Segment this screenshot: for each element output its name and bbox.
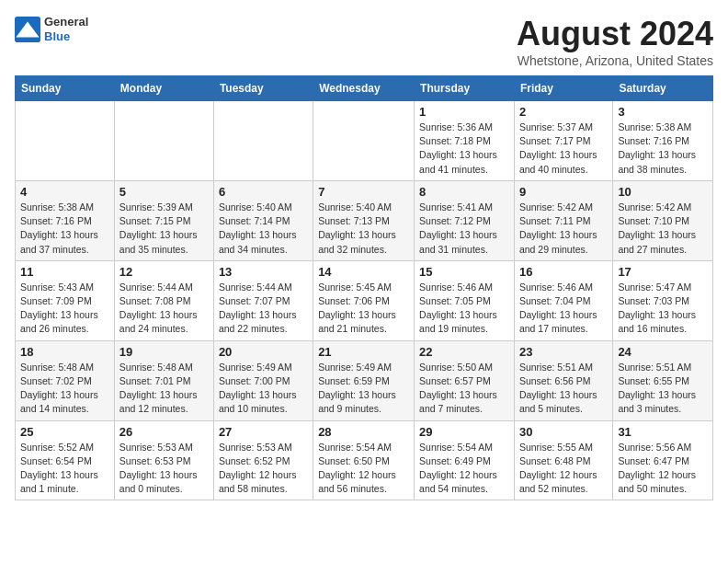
day-cell: 13Sunrise: 5:44 AMSunset: 7:07 PMDayligh… xyxy=(213,260,313,340)
day-number: 19 xyxy=(119,345,209,359)
day-number: 1 xyxy=(419,105,509,119)
logo: General Blue xyxy=(15,15,88,43)
day-cell: 17Sunrise: 5:47 AMSunset: 7:03 PMDayligh… xyxy=(613,260,713,340)
day-cell: 31Sunrise: 5:56 AMSunset: 6:47 PMDayligh… xyxy=(613,420,713,500)
weekday-header-wednesday: Wednesday xyxy=(313,76,415,101)
day-number: 21 xyxy=(318,345,409,359)
day-number: 16 xyxy=(519,265,608,279)
day-info: Sunrise: 5:54 AMSunset: 6:50 PMDaylight:… xyxy=(318,441,409,497)
day-cell: 11Sunrise: 5:43 AMSunset: 7:09 PMDayligh… xyxy=(16,260,115,340)
weekday-header-thursday: Thursday xyxy=(415,76,515,101)
week-row-4: 18Sunrise: 5:48 AMSunset: 7:02 PMDayligh… xyxy=(16,340,713,420)
day-number: 4 xyxy=(20,185,109,199)
day-cell: 26Sunrise: 5:53 AMSunset: 6:53 PMDayligh… xyxy=(114,420,213,500)
day-number: 29 xyxy=(419,425,509,439)
day-number: 25 xyxy=(20,425,109,439)
day-info: Sunrise: 5:51 AMSunset: 6:55 PMDaylight:… xyxy=(618,361,708,417)
day-cell: 1Sunrise: 5:36 AMSunset: 7:18 PMDaylight… xyxy=(415,101,515,181)
day-info: Sunrise: 5:50 AMSunset: 6:57 PMDaylight:… xyxy=(419,361,509,417)
day-info: Sunrise: 5:49 AMSunset: 6:59 PMDaylight:… xyxy=(318,361,409,417)
day-cell: 23Sunrise: 5:51 AMSunset: 6:56 PMDayligh… xyxy=(514,340,612,420)
day-info: Sunrise: 5:44 AMSunset: 7:07 PMDaylight:… xyxy=(219,281,308,337)
logo-blue: Blue xyxy=(44,29,88,44)
day-cell: 30Sunrise: 5:55 AMSunset: 6:48 PMDayligh… xyxy=(514,420,612,500)
day-number: 14 xyxy=(318,265,409,279)
day-info: Sunrise: 5:38 AMSunset: 7:16 PMDaylight:… xyxy=(618,121,708,177)
day-cell xyxy=(313,101,415,181)
day-info: Sunrise: 5:45 AMSunset: 7:06 PMDaylight:… xyxy=(318,281,409,337)
day-info: Sunrise: 5:48 AMSunset: 7:01 PMDaylight:… xyxy=(119,361,209,417)
day-cell: 15Sunrise: 5:46 AMSunset: 7:05 PMDayligh… xyxy=(415,260,515,340)
day-number: 27 xyxy=(219,425,308,439)
day-cell: 10Sunrise: 5:42 AMSunset: 7:10 PMDayligh… xyxy=(613,180,713,260)
day-cell: 12Sunrise: 5:44 AMSunset: 7:08 PMDayligh… xyxy=(114,260,213,340)
day-info: Sunrise: 5:38 AMSunset: 7:16 PMDaylight:… xyxy=(20,201,109,257)
weekday-header-saturday: Saturday xyxy=(613,76,713,101)
logo-icon xyxy=(15,17,40,42)
day-number: 6 xyxy=(219,185,308,199)
day-info: Sunrise: 5:46 AMSunset: 7:05 PMDaylight:… xyxy=(419,281,509,337)
day-info: Sunrise: 5:53 AMSunset: 6:53 PMDaylight:… xyxy=(119,441,209,497)
day-info: Sunrise: 5:43 AMSunset: 7:09 PMDaylight:… xyxy=(20,281,109,337)
day-cell: 3Sunrise: 5:38 AMSunset: 7:16 PMDaylight… xyxy=(613,101,713,181)
day-cell: 24Sunrise: 5:51 AMSunset: 6:55 PMDayligh… xyxy=(613,340,713,420)
calendar-table: SundayMondayTuesdayWednesdayThursdayFrid… xyxy=(15,75,713,500)
day-number: 20 xyxy=(219,345,308,359)
week-row-1: 1Sunrise: 5:36 AMSunset: 7:18 PMDaylight… xyxy=(16,101,713,181)
day-info: Sunrise: 5:40 AMSunset: 7:13 PMDaylight:… xyxy=(318,201,409,257)
day-cell: 19Sunrise: 5:48 AMSunset: 7:01 PMDayligh… xyxy=(114,340,213,420)
day-info: Sunrise: 5:51 AMSunset: 6:56 PMDaylight:… xyxy=(519,361,608,417)
weekday-header-friday: Friday xyxy=(514,76,612,101)
day-info: Sunrise: 5:55 AMSunset: 6:48 PMDaylight:… xyxy=(519,441,608,497)
day-cell: 25Sunrise: 5:52 AMSunset: 6:54 PMDayligh… xyxy=(16,420,115,500)
logo-general: General xyxy=(44,15,88,29)
day-number: 3 xyxy=(618,105,708,119)
day-info: Sunrise: 5:39 AMSunset: 7:15 PMDaylight:… xyxy=(119,201,209,257)
day-info: Sunrise: 5:54 AMSunset: 6:49 PMDaylight:… xyxy=(419,441,509,497)
day-cell: 5Sunrise: 5:39 AMSunset: 7:15 PMDaylight… xyxy=(114,180,213,260)
day-cell xyxy=(16,101,115,181)
day-info: Sunrise: 5:48 AMSunset: 7:02 PMDaylight:… xyxy=(20,361,109,417)
day-number: 26 xyxy=(119,425,209,439)
weekday-header-row: SundayMondayTuesdayWednesdayThursdayFrid… xyxy=(16,76,713,101)
day-cell: 16Sunrise: 5:46 AMSunset: 7:04 PMDayligh… xyxy=(514,260,612,340)
day-cell: 6Sunrise: 5:40 AMSunset: 7:14 PMDaylight… xyxy=(213,180,313,260)
day-info: Sunrise: 5:42 AMSunset: 7:11 PMDaylight:… xyxy=(519,201,608,257)
day-number: 17 xyxy=(618,265,708,279)
week-row-2: 4Sunrise: 5:38 AMSunset: 7:16 PMDaylight… xyxy=(16,180,713,260)
day-info: Sunrise: 5:49 AMSunset: 7:00 PMDaylight:… xyxy=(219,361,308,417)
day-cell: 20Sunrise: 5:49 AMSunset: 7:00 PMDayligh… xyxy=(213,340,313,420)
day-info: Sunrise: 5:36 AMSunset: 7:18 PMDaylight:… xyxy=(419,121,509,177)
day-number: 9 xyxy=(519,185,608,199)
day-info: Sunrise: 5:46 AMSunset: 7:04 PMDaylight:… xyxy=(519,281,608,337)
day-cell xyxy=(213,101,313,181)
day-cell: 7Sunrise: 5:40 AMSunset: 7:13 PMDaylight… xyxy=(313,180,415,260)
weekday-header-tuesday: Tuesday xyxy=(213,76,313,101)
day-number: 18 xyxy=(20,345,109,359)
day-cell: 27Sunrise: 5:53 AMSunset: 6:52 PMDayligh… xyxy=(213,420,313,500)
day-cell: 4Sunrise: 5:38 AMSunset: 7:16 PMDaylight… xyxy=(16,180,115,260)
day-number: 30 xyxy=(519,425,608,439)
day-cell: 18Sunrise: 5:48 AMSunset: 7:02 PMDayligh… xyxy=(16,340,115,420)
logo-text: General Blue xyxy=(44,15,88,43)
day-number: 11 xyxy=(20,265,109,279)
day-cell: 2Sunrise: 5:37 AMSunset: 7:17 PMDaylight… xyxy=(514,101,612,181)
day-number: 8 xyxy=(419,185,509,199)
day-number: 24 xyxy=(618,345,708,359)
day-number: 22 xyxy=(419,345,509,359)
day-cell: 22Sunrise: 5:50 AMSunset: 6:57 PMDayligh… xyxy=(415,340,515,420)
week-row-3: 11Sunrise: 5:43 AMSunset: 7:09 PMDayligh… xyxy=(16,260,713,340)
title-block: August 2024 Whetstone, Arizona, United S… xyxy=(517,15,713,68)
day-number: 2 xyxy=(519,105,608,119)
day-number: 13 xyxy=(219,265,308,279)
location: Whetstone, Arizona, United States xyxy=(517,53,713,68)
day-info: Sunrise: 5:42 AMSunset: 7:10 PMDaylight:… xyxy=(618,201,708,257)
weekday-header-monday: Monday xyxy=(114,76,213,101)
week-row-5: 25Sunrise: 5:52 AMSunset: 6:54 PMDayligh… xyxy=(16,420,713,500)
day-cell xyxy=(114,101,213,181)
page-header: General Blue August 2024 Whetstone, Ariz… xyxy=(15,15,713,68)
day-number: 10 xyxy=(618,185,708,199)
day-info: Sunrise: 5:44 AMSunset: 7:08 PMDaylight:… xyxy=(119,281,209,337)
weekday-header-sunday: Sunday xyxy=(16,76,115,101)
day-number: 7 xyxy=(318,185,409,199)
